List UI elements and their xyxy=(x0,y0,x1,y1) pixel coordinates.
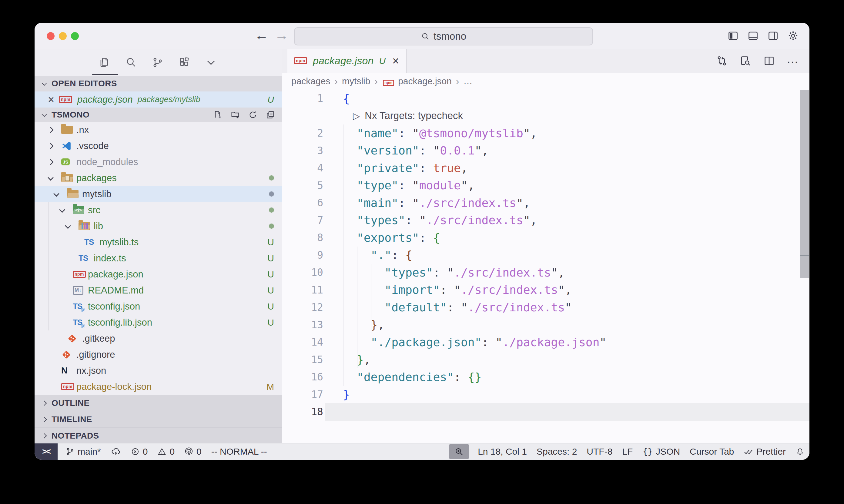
code-line-11[interactable]: 11 "import": "./src/index.ts", xyxy=(282,282,809,299)
open-changes-icon[interactable] xyxy=(716,55,728,67)
status-encoding[interactable]: UTF-8 xyxy=(582,444,617,460)
status-problems-warnings[interactable]: 0 xyxy=(153,444,179,460)
code-line-18[interactable]: 18 xyxy=(282,403,809,421)
code-line-17[interactable]: 17} xyxy=(282,386,809,403)
open-editors-section-header[interactable]: OPEN EDITORS xyxy=(35,76,282,91)
tab-label: package.json xyxy=(313,55,374,67)
tree-item-label: tsconfig.json xyxy=(88,301,140,312)
chevron-down-icon[interactable] xyxy=(65,222,71,229)
navigate-back-button[interactable]: ← xyxy=(255,27,269,43)
code-line-15[interactable]: 15 }, xyxy=(282,351,809,368)
code-line-8[interactable]: 8 "exports": { xyxy=(282,229,809,247)
tree-item-README.md[interactable]: M↓README.mdU xyxy=(35,282,282,298)
code-line-1[interactable]: 1{ xyxy=(282,90,809,107)
status-cursor-position[interactable]: Ln 18, Col 1 xyxy=(473,444,532,460)
navigate-forward-button[interactable]: → xyxy=(275,27,289,43)
chevron-down-icon[interactable] xyxy=(48,175,54,181)
toggle-primary-sidebar-button[interactable] xyxy=(728,30,739,41)
section-outline[interactable]: OUTLINE xyxy=(35,395,282,411)
status-indentation[interactable]: Spaces: 2 xyxy=(532,444,582,460)
tree-item-packages[interactable]: packages xyxy=(35,170,282,186)
traffic-light-close-button[interactable] xyxy=(47,32,55,40)
code-line-10[interactable]: 10 "types": "./src/index.ts", xyxy=(282,264,809,282)
more-actions-icon[interactable]: … xyxy=(787,53,798,69)
split-editor-icon[interactable] xyxy=(763,55,775,67)
section-notepads[interactable]: NOTEPADS xyxy=(35,427,282,444)
scrollbar-thumb[interactable] xyxy=(800,90,809,278)
status-label: -- NORMAL -- xyxy=(211,447,267,457)
close-icon[interactable]: × xyxy=(48,94,54,105)
traffic-light-minimize-button[interactable] xyxy=(59,32,67,40)
refresh-icon[interactable] xyxy=(248,110,258,120)
command-center-search[interactable]: tsmono xyxy=(294,27,593,46)
code-line-6[interactable]: 6 "main": "./src/index.ts", xyxy=(282,194,809,212)
chevron-down-icon[interactable] xyxy=(205,57,217,68)
status-vim-mode[interactable]: -- NORMAL -- xyxy=(206,444,272,460)
tree-item-.gitkeep[interactable]: .gitkeep xyxy=(35,330,282,346)
source-control-icon[interactable] xyxy=(152,57,163,68)
status-ports[interactable]: 0 xyxy=(179,444,206,460)
status-publish-changes[interactable] xyxy=(106,444,126,460)
search-in-editor-icon[interactable] xyxy=(740,55,751,67)
chevron-down-icon[interactable] xyxy=(59,206,65,213)
close-icon[interactable]: × xyxy=(392,55,399,67)
status-notifications[interactable] xyxy=(791,444,809,460)
status-eol[interactable]: LF xyxy=(617,444,638,460)
chevron-right-icon[interactable] xyxy=(48,143,54,149)
search-icon[interactable] xyxy=(125,57,137,68)
code-line-7[interactable]: 7 "types": "./src/index.ts", xyxy=(282,212,809,229)
status-problems-errors[interactable]: 0 xyxy=(126,444,153,460)
gear-icon[interactable] xyxy=(788,30,798,41)
code-line-16[interactable]: 16 "dependencies": {} xyxy=(282,368,809,386)
tree-item-node_modules[interactable]: JSnode_modules xyxy=(35,154,282,170)
chevron-right-icon[interactable] xyxy=(48,159,54,165)
status-remote-indicator[interactable]: >< xyxy=(35,444,57,460)
tree-item-lib[interactable]: lib xyxy=(35,218,282,234)
code-line-3[interactable]: 3 "version": "0.0.1", xyxy=(282,142,809,160)
code-line-12[interactable]: 12 "default": "./src/index.ts" xyxy=(282,299,809,316)
tree-item-tsconfig.json[interactable]: TStsconfig.jsonU xyxy=(35,298,282,314)
tree-item-.gitignore[interactable]: .gitignore xyxy=(35,346,282,363)
chevron-down-icon[interactable] xyxy=(53,191,59,197)
tree-item-nx.json[interactable]: Nnx.json xyxy=(35,363,282,379)
files-icon[interactable] xyxy=(99,57,110,68)
codelens-nx-targets[interactable]: ▷Nx Targets: typecheck xyxy=(353,110,463,122)
tree-item-tsconfig.lib.json[interactable]: TStsconfig.lib.jsonU xyxy=(35,314,282,330)
open-editor-item-package-json[interactable]: × npm package.json packages/mytslib U xyxy=(35,91,282,108)
breadcrumb-item-packages[interactable]: packages xyxy=(291,76,330,86)
tree-item-mytslib.ts[interactable]: TSmytslib.tsU xyxy=(35,234,282,250)
section-timeline[interactable]: TIMELINE xyxy=(35,411,282,427)
breadcrumb-item-package.json[interactable]: npmpackage.json xyxy=(382,76,452,86)
tree-item-package-lock.json[interactable]: npmpackage-lock.jsonM xyxy=(35,379,282,395)
code-line-9[interactable]: 9 ".": { xyxy=(282,247,809,264)
new-folder-button[interactable] xyxy=(230,110,240,120)
status-language-mode[interactable]: {}JSON xyxy=(638,444,685,460)
status-cursor-tab[interactable]: Cursor Tab xyxy=(685,444,739,460)
tree-item-.vscode[interactable]: .vscode xyxy=(35,138,282,154)
code-line-14[interactable]: 14 "./package.json": "./package.json" xyxy=(282,334,809,351)
traffic-light-zoom-button[interactable] xyxy=(71,32,79,40)
extensions-icon[interactable] xyxy=(178,57,190,68)
tree-item-mytslib[interactable]: mytslib xyxy=(35,186,282,202)
chevron-right-icon[interactable] xyxy=(48,127,54,133)
tree-item-src[interactable]: </>src xyxy=(35,202,282,218)
explorer-section-header[interactable]: TSMONO xyxy=(35,108,282,122)
collapse-folders-button[interactable] xyxy=(265,110,275,120)
tree-item-.nx[interactable]: .nx xyxy=(35,122,282,138)
status-git-branch[interactable]: main* xyxy=(61,444,106,460)
toggle-secondary-sidebar-button[interactable] xyxy=(768,30,778,41)
status-zoom-indicator[interactable] xyxy=(449,444,469,459)
new-file-button[interactable] xyxy=(213,110,223,120)
status-formatter-prettier[interactable]: Prettier xyxy=(739,444,791,460)
breadcrumb-item-mytslib[interactable]: mytslib xyxy=(342,76,370,86)
code-line-13[interactable]: 13 }, xyxy=(282,316,809,334)
tree-item-index.ts[interactable]: TSindex.tsU xyxy=(35,250,282,266)
code-editor[interactable]: 1{▷Nx Targets: typecheck2 "name": "@tsmo… xyxy=(282,90,809,443)
tab-package-json[interactable]: npm package.json U × xyxy=(288,49,407,73)
code-line-5[interactable]: 5 "type": "module", xyxy=(282,177,809,195)
breadcrumb-item-…[interactable]: … xyxy=(464,76,472,86)
code-line-4[interactable]: 4 "private": true, xyxy=(282,159,809,177)
tree-item-package.json[interactable]: npmpackage.jsonU xyxy=(35,266,282,282)
code-line-2[interactable]: 2 "name": "@tsmono/mytslib", xyxy=(282,125,809,142)
toggle-panel-button[interactable] xyxy=(747,30,758,41)
